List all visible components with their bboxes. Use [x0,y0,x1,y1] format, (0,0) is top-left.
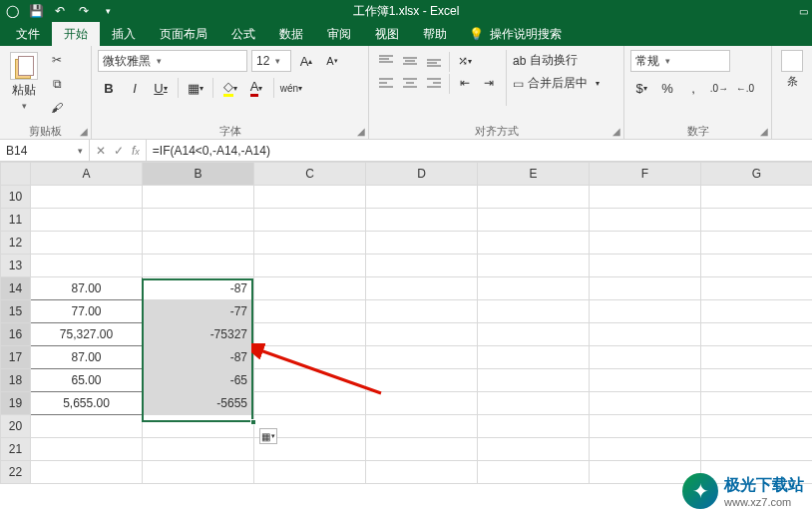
cell[interactable] [366,300,478,323]
align-middle-button[interactable] [399,52,421,70]
cell[interactable] [366,209,478,232]
fill-color-button[interactable]: ◇▾ [219,78,241,98]
dialog-launcher-icon[interactable]: ◢ [612,126,620,137]
share-button[interactable] [796,22,812,46]
cell[interactable] [478,277,590,300]
row-header[interactable]: 12 [1,232,31,255]
cell[interactable] [366,277,478,300]
number-format-combo[interactable]: 常规▾ [630,50,730,72]
formula-input[interactable]: =IF(A14<0,-A14,-A14) [147,140,812,161]
cell[interactable]: -87 [143,277,254,300]
cell[interactable] [590,209,701,232]
cell[interactable] [366,255,478,277]
row-header[interactable]: 10 [1,186,31,209]
cell[interactable] [366,346,478,369]
cell[interactable] [366,323,478,346]
cell[interactable] [366,461,478,484]
format-painter-button[interactable]: 🖌 [46,98,68,118]
increase-indent-button[interactable]: ⇥ [478,74,500,92]
cell[interactable] [701,346,813,369]
cell[interactable] [590,392,701,415]
qat-customize-icon[interactable]: ▾ [100,3,116,19]
underline-button[interactable]: U▾ [150,78,172,98]
cell[interactable] [31,232,143,255]
cell[interactable] [478,346,590,369]
cell[interactable]: 75,327.00 [31,323,143,346]
col-header-A[interactable]: A [31,163,143,186]
row-header[interactable]: 14 [1,277,31,300]
dialog-launcher-icon[interactable]: ◢ [357,126,365,137]
comma-format-button[interactable]: , [682,78,704,98]
tab-page-layout[interactable]: 页面布局 [148,22,219,46]
align-right-button[interactable] [423,74,445,92]
cell[interactable] [31,438,143,461]
cell[interactable] [590,438,701,461]
cell[interactable] [701,323,813,346]
cell[interactable] [143,415,254,438]
cell[interactable] [478,461,590,484]
cell[interactable] [590,346,701,369]
cell[interactable] [143,438,254,461]
worksheet-grid[interactable]: A B C D E F G 101112131487.00-871577.00-… [0,162,812,475]
align-left-button[interactable] [375,74,397,92]
row-header[interactable]: 21 [1,438,31,461]
cell[interactable] [254,323,366,346]
cell[interactable] [590,186,701,209]
cell[interactable]: -65 [143,369,254,392]
decrease-font-button[interactable]: A▾ [321,51,343,71]
tab-insert[interactable]: 插入 [100,22,148,46]
enter-formula-icon[interactable]: ✓ [114,144,124,158]
cell[interactable] [701,209,813,232]
cell[interactable] [701,255,813,277]
tab-formulas[interactable]: 公式 [219,22,267,46]
cell[interactable] [701,369,813,392]
cell[interactable] [31,415,143,438]
cell[interactable] [701,232,813,255]
increase-decimal-button[interactable]: .0→ [708,78,730,98]
cell[interactable]: 77.00 [31,300,143,323]
cell[interactable] [254,392,366,415]
cell[interactable] [143,186,254,209]
autosave-toggle[interactable]: ◯ [4,3,20,19]
tab-help[interactable]: 帮助 [411,22,459,46]
decrease-indent-button[interactable]: ⇤ [454,74,476,92]
conditional-formatting-button[interactable]: 条 [781,50,803,89]
cell[interactable] [590,415,701,438]
cell[interactable] [366,415,478,438]
col-header-D[interactable]: D [366,163,478,186]
cell[interactable] [254,369,366,392]
cell[interactable] [701,438,813,461]
cell[interactable] [478,186,590,209]
accounting-format-button[interactable]: $▾ [630,78,652,98]
cell[interactable] [254,300,366,323]
cell[interactable] [143,232,254,255]
tab-view[interactable]: 视图 [363,22,411,46]
font-name-combo[interactable]: 微软雅黑▾ [98,50,247,72]
borders-button[interactable]: ▦▾ [185,78,206,98]
font-size-combo[interactable]: 12▾ [251,50,291,72]
cell[interactable]: -5655 [143,392,254,415]
cell[interactable] [590,232,701,255]
cell[interactable] [254,461,366,484]
cell[interactable]: 65.00 [31,369,143,392]
cell[interactable] [590,277,701,300]
col-header-C[interactable]: C [254,163,366,186]
orientation-button[interactable]: ⤮▾ [454,52,476,70]
cell[interactable] [254,346,366,369]
cell[interactable] [478,255,590,277]
bold-button[interactable]: B [98,78,120,98]
cell[interactable] [478,209,590,232]
copy-button[interactable]: ⧉ [46,74,68,94]
cell[interactable]: 87.00 [31,277,143,300]
italic-button[interactable]: I [124,78,146,98]
cell[interactable] [701,300,813,323]
col-header-F[interactable]: F [590,163,701,186]
dialog-launcher-icon[interactable]: ◢ [760,126,768,137]
cell[interactable] [31,255,143,277]
col-header-E[interactable]: E [478,163,590,186]
align-top-button[interactable] [375,52,397,70]
cell[interactable] [478,300,590,323]
row-header[interactable]: 22 [1,461,31,484]
cell[interactable] [254,186,366,209]
cell[interactable] [478,438,590,461]
